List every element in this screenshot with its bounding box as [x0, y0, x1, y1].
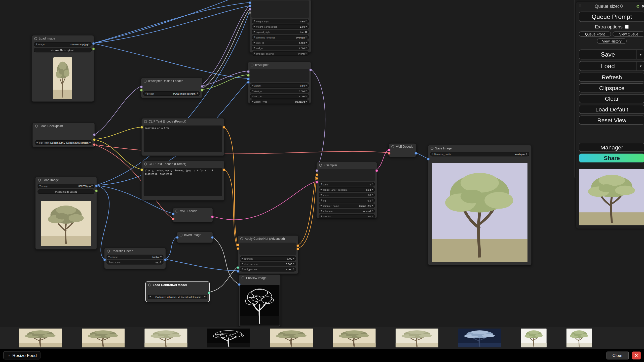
increment-arrow-icon[interactable]: [306, 85, 307, 87]
increment-arrow-icon[interactable]: [306, 90, 307, 92]
output-port-control-net[interactable]: [208, 291, 210, 294]
increment-arrow-icon[interactable]: [293, 268, 294, 270]
save-split-button[interactable]: Save: [579, 50, 644, 59]
input-port-negative[interactable]: [237, 247, 239, 250]
decrement-arrow-icon[interactable]: [253, 42, 255, 44]
feed-thumbnail[interactable]: [566, 329, 592, 347]
output-port-latent[interactable]: [211, 215, 214, 218]
decrement-arrow-icon[interactable]: [145, 93, 146, 94]
input-port-image[interactable]: [176, 236, 179, 239]
collapse-dot-icon[interactable]: [319, 164, 322, 167]
node-ksampler[interactable]: KSampler seed0control_after_generatefixe…: [316, 162, 377, 218]
output-port-model[interactable]: [309, 68, 312, 71]
decrement-arrow-icon[interactable]: [36, 142, 38, 143]
widget-image[interactable]: image241103-crop.jpg: [34, 42, 92, 47]
collapse-dot-icon[interactable]: [431, 147, 433, 150]
widget-preset[interactable]: presetPLUS (high strength): [143, 91, 200, 96]
last-generation-thumbnail[interactable]: [579, 169, 644, 225]
node-load-controlnet-model[interactable]: Load ControlNet Model t2iadapter_diffuse…: [145, 281, 210, 302]
increment-arrow-icon[interactable]: [89, 142, 91, 143]
node-save-image[interactable]: Save Image filename_prefixIPAdapter: [428, 145, 532, 265]
node-load-image-1[interactable]: Load Image image241103-crop.jpg choose f…: [31, 35, 94, 102]
decrement-arrow-icon[interactable]: [242, 258, 243, 259]
collapse-dot-icon[interactable]: [35, 125, 38, 127]
node-load-image-2[interactable]: Load Image image303755.jpg choose file t…: [35, 177, 97, 250]
increment-arrow-icon[interactable]: [306, 47, 307, 49]
collapse-dot-icon[interactable]: [242, 276, 244, 279]
input-port-positive[interactable]: [315, 173, 318, 176]
widget-strength[interactable]: strength1.00: [240, 256, 296, 261]
settings-gear-icon[interactable]: [636, 4, 640, 9]
collapse-dot-icon[interactable]: [34, 37, 37, 40]
close-feed-button[interactable]: [632, 351, 640, 359]
increment-arrow-icon[interactable]: [306, 20, 307, 22]
collapse-dot-icon[interactable]: [175, 210, 178, 212]
feed-thumbnail[interactable]: [396, 329, 439, 347]
increment-arrow-icon[interactable]: [306, 36, 307, 38]
increment-arrow-icon[interactable]: [306, 26, 307, 27]
decrement-arrow-icon[interactable]: [253, 20, 255, 22]
widget-start-percent[interactable]: start_percent0.000: [240, 262, 296, 266]
collapse-dot-icon[interactable]: [148, 284, 151, 286]
decrement-arrow-icon[interactable]: [35, 44, 37, 45]
load-default-button[interactable]: Load Default: [579, 105, 644, 114]
output-port-ipadapter[interactable]: [201, 89, 203, 92]
widget-ckpt-name[interactable]: ckpt_namejuggernautXL_juggernautX.safete…: [35, 140, 93, 145]
upload-button[interactable]: choose file to upload: [37, 189, 94, 194]
input-port-vae[interactable]: [172, 217, 174, 220]
decrement-arrow-icon[interactable]: [320, 210, 322, 212]
widget-weight-style[interactable]: weight_style0.50: [252, 19, 309, 23]
input-port-attn-mask[interactable]: [247, 81, 250, 84]
clear-button[interactable]: Clear: [579, 94, 644, 103]
node-realistic-lineart[interactable]: Realistic Lineart coarsedisableresolutio…: [104, 248, 166, 269]
decrement-arrow-icon[interactable]: [320, 216, 322, 217]
comfyui-canvas[interactable]: weight_style0.50weight_composition2.00ex…: [0, 0, 644, 362]
widget-end-percent[interactable]: end_percent1.000: [240, 267, 296, 271]
output-port-image[interactable]: [164, 258, 167, 261]
node-preview-image[interactable]: Preview Image: [239, 274, 281, 327]
upload-button[interactable]: choose file to upload: [34, 48, 92, 52]
increment-arrow-icon[interactable]: [306, 53, 307, 54]
decrement-arrow-icon[interactable]: [253, 36, 255, 38]
increment-arrow-icon[interactable]: [372, 216, 373, 217]
increment-arrow-icon[interactable]: [372, 210, 373, 212]
input-port-images[interactable]: [427, 158, 430, 160]
input-port-images[interactable]: [238, 283, 241, 286]
output-port-mask[interactable]: [92, 48, 95, 50]
decrement-arrow-icon[interactable]: [242, 268, 243, 270]
increment-arrow-icon[interactable]: [306, 95, 307, 97]
increment-arrow-icon[interactable]: [293, 258, 294, 259]
input-port-image[interactable]: [237, 270, 239, 273]
node-clip-text-encode-positive[interactable]: CLIP Text Encode (Prompt) painting of a …: [141, 118, 224, 156]
input-port-image[interactable]: [249, 1, 251, 4]
manager-button[interactable]: Manager: [579, 143, 644, 152]
decrement-arrow-icon[interactable]: [320, 205, 322, 207]
clear-feed-button[interactable]: Clear: [607, 351, 629, 359]
output-port-image[interactable]: [95, 184, 98, 187]
input-port-image[interactable]: [247, 77, 250, 80]
output-port-model[interactable]: [93, 133, 96, 136]
widget-steps[interactable]: steps30: [319, 193, 375, 197]
widget-start-at[interactable]: start_at0.000: [252, 41, 309, 45]
decrement-arrow-icon[interactable]: [108, 256, 110, 258]
increment-arrow-icon[interactable]: [293, 263, 294, 265]
feed-thumbnail[interactable]: [521, 329, 547, 347]
decrement-arrow-icon[interactable]: [432, 153, 433, 155]
collapse-dot-icon[interactable]: [391, 145, 394, 148]
output-port-mask[interactable]: [95, 189, 98, 192]
increment-arrow-icon[interactable]: [91, 185, 93, 187]
output-port-conditioning[interactable]: [222, 126, 225, 129]
feed-thumbnail[interactable]: [207, 329, 250, 347]
drag-handle-icon[interactable]: [579, 4, 582, 8]
toggle-dot-icon[interactable]: [305, 31, 307, 33]
input-port-ipadapter[interactable]: [247, 74, 250, 77]
decrement-arrow-icon[interactable]: [320, 189, 322, 190]
collapse-dot-icon[interactable]: [251, 64, 253, 66]
feed-thumbnail[interactable]: [144, 329, 187, 347]
collapse-dot-icon[interactable]: [240, 237, 243, 240]
input-port-mask[interactable]: [249, 11, 251, 14]
node-load-checkpoint[interactable]: Load Checkpoint ckpt_namejuggernautXL_ju…: [32, 123, 95, 147]
output-port-model[interactable]: [201, 85, 203, 88]
widget-filename-prefix[interactable]: filename_prefixIPAdapter: [430, 152, 529, 156]
output-port-latent[interactable]: [375, 169, 378, 172]
